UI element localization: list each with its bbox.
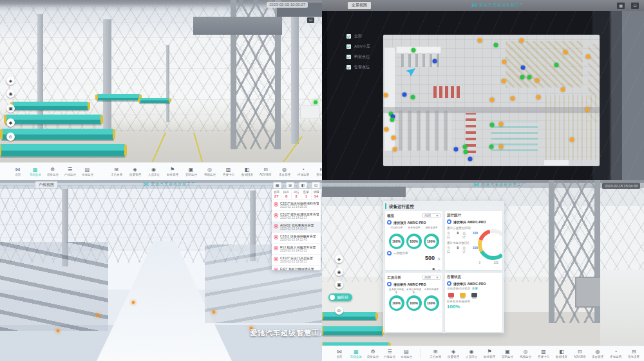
toolbar-item[interactable]: ◍ 库存管理 bbox=[276, 167, 293, 176]
map-device-dot[interactable] bbox=[464, 150, 468, 154]
poi-marker[interactable]: ◉ bbox=[6, 89, 15, 98]
checkbox-checked-icon[interactable] bbox=[346, 44, 351, 49]
toolbar-item[interactable]: ⊟ 系统设置 bbox=[313, 167, 322, 176]
toolbar-item[interactable]: ◈ 质量管理 bbox=[126, 167, 144, 176]
toolbar-item[interactable]: ▣ 安防监控 bbox=[182, 167, 200, 176]
map-device-dot[interactable] bbox=[520, 75, 525, 80]
station-tag-button[interactable]: 编组站 bbox=[328, 293, 352, 301]
map-device-dot[interactable] bbox=[570, 138, 574, 142]
toolbar-item[interactable]: ▥ 告警中心 bbox=[535, 349, 552, 358]
layer-filter-row[interactable]: 料架点位 bbox=[346, 54, 370, 60]
map-device-dot[interactable] bbox=[384, 93, 388, 98]
map-device-dot[interactable] bbox=[393, 147, 397, 152]
toolbar-item[interactable]: ☰ 产线监控 bbox=[381, 349, 398, 358]
toolbar-item[interactable]: ▦ 车间总览 bbox=[26, 167, 44, 176]
checkbox-checked-icon[interactable] bbox=[346, 34, 351, 39]
toolbar-item[interactable]: ⚑ 能耗管理 bbox=[164, 167, 181, 176]
map-device-dot[interactable] bbox=[561, 88, 565, 92]
toolbar-item[interactable]: ▥ 告警中心 bbox=[220, 167, 237, 176]
alarm-stat-cell[interactable]: 告警 1 bbox=[301, 189, 311, 199]
toolbar-item[interactable]: ◔ 环境监测 bbox=[294, 167, 312, 176]
map-device-dot[interactable] bbox=[511, 97, 515, 101]
poi-marker[interactable]: ◆ bbox=[6, 118, 15, 127]
map-device-dot[interactable] bbox=[499, 122, 504, 127]
checkbox-checked-icon[interactable] bbox=[346, 65, 351, 69]
map-device-dot[interactable] bbox=[490, 98, 495, 102]
map-device-dot[interactable] bbox=[489, 145, 494, 149]
poi-marker[interactable]: ▣ bbox=[6, 104, 15, 113]
map-device-dot[interactable] bbox=[585, 107, 590, 112]
map-fullscreen-button[interactable]: ⊡ bbox=[631, 3, 639, 9]
map-device-dot[interactable] bbox=[520, 39, 524, 43]
layer-filter-row[interactable]: AGV小车 bbox=[346, 44, 370, 50]
alarm-stat-cell[interactable]: 故障 14 bbox=[312, 189, 321, 199]
toolbar-item[interactable]: ◔ 环境监测 bbox=[607, 349, 624, 358]
layer-filter-row[interactable]: 告警点位 bbox=[346, 64, 370, 70]
map-device-dot[interactable] bbox=[392, 136, 396, 140]
toolbar-item[interactable]: ▣ 安防监控 bbox=[499, 349, 516, 358]
toolbar-item[interactable]: ◎ 视频监控 bbox=[201, 167, 218, 176]
toolbar-item[interactable]: ⚙ 设备监控 bbox=[365, 349, 381, 358]
map-device-dot[interactable] bbox=[527, 75, 532, 80]
poi-marker[interactable]: ◉ bbox=[335, 268, 343, 276]
panel-layout-button[interactable]: ⊞ bbox=[286, 182, 294, 189]
map-device-dot[interactable] bbox=[502, 60, 507, 64]
map-device-dot[interactable] bbox=[586, 55, 591, 59]
toolbar-item[interactable]: ⚑ 能耗管理 bbox=[481, 349, 498, 358]
map-device-dot[interactable] bbox=[412, 48, 416, 53]
map-device-dot[interactable] bbox=[502, 79, 506, 84]
alarm-list-item[interactable]: C3127 提升机通讯异常告警 2023-02-13 14:21:17 bbox=[272, 211, 321, 222]
map-device-dot[interactable] bbox=[535, 79, 540, 83]
map-device-dot[interactable] bbox=[402, 93, 407, 97]
poi-marker[interactable]: ▣ bbox=[335, 281, 343, 289]
toolbar-item[interactable]: ▤ 仓储监控 bbox=[398, 349, 415, 358]
toolbar-item[interactable]: ⚙ 设备监控 bbox=[44, 167, 61, 176]
view-mode-button[interactable]: 产线视图 bbox=[35, 181, 57, 188]
view-mode-button[interactable]: 全景视图 bbox=[348, 2, 371, 9]
device-type-dropdown[interactable]: AMR bbox=[422, 275, 440, 280]
alarm-list-item[interactable]: F327 风机过载故障告警 2023-02-13 13:46:02 bbox=[272, 266, 321, 270]
map-device-dot[interactable] bbox=[468, 157, 473, 162]
map-device-dot[interactable] bbox=[490, 123, 495, 127]
toolbar-item[interactable]: ⋈ 首页 bbox=[331, 349, 348, 358]
map-device-dot[interactable] bbox=[390, 118, 395, 122]
map-device-dot[interactable] bbox=[433, 59, 437, 64]
toolbar-item[interactable]: ◧ 数据报表 bbox=[238, 167, 256, 176]
alarm-list-item[interactable]: C3217 输送线物料堵料告警 2023-02-13 14:25:30 bbox=[272, 200, 321, 211]
alarm-list-item[interactable]: AGV02 低电量离线告警 2023-02-13 14:18:05 bbox=[272, 222, 321, 233]
checkbox-checked-icon[interactable] bbox=[346, 55, 351, 59]
toolbar-item[interactable]: ⊞ 工艺布局 bbox=[427, 349, 444, 358]
toolbar-item[interactable]: ⊡ AGV调度 bbox=[571, 349, 588, 358]
map-device-dot[interactable] bbox=[454, 147, 459, 152]
alarm-list-item[interactable]: C3311 设备急停触发告警 2023-02-13 14:12:43 bbox=[272, 233, 321, 244]
alarm-list-item[interactable]: C3127 安全门开启告警 2023-02-13 13:58:11 bbox=[272, 255, 321, 266]
layer-filter-row[interactable]: 全部 bbox=[346, 33, 370, 39]
alarm-stat-cell[interactable]: 运行 3 bbox=[292, 189, 301, 199]
panel-map-button[interactable]: ▦ bbox=[273, 182, 281, 189]
toolbar-item[interactable]: ⊡ AGV调度 bbox=[257, 167, 274, 176]
toolbar-item[interactable]: ◉ 人员定位 bbox=[145, 167, 162, 176]
map-device-dot[interactable] bbox=[478, 39, 482, 43]
toolbar-item[interactable]: ⊞ 工艺布局 bbox=[108, 167, 125, 176]
map-device-dot[interactable] bbox=[536, 95, 541, 100]
toolbar-item[interactable]: ☰ 产线监控 bbox=[61, 167, 79, 176]
toolbar-item[interactable]: ◧ 数据报表 bbox=[553, 349, 570, 358]
device-type-dropdown[interactable]: AMR bbox=[422, 213, 440, 218]
poi-marker[interactable]: ⊙ bbox=[6, 133, 15, 141]
map-layers-button[interactable]: ▦ bbox=[617, 3, 625, 9]
poi-marker[interactable]: ⊙ bbox=[335, 306, 343, 315]
toolbar-item[interactable]: ◈ 质量管理 bbox=[445, 349, 462, 358]
poi-marker[interactable]: ◈ bbox=[6, 77, 15, 85]
factory-floor-map[interactable] bbox=[383, 35, 600, 166]
map-device-dot[interactable] bbox=[463, 145, 468, 149]
panel-list-button[interactable]: ◧ bbox=[299, 182, 307, 189]
toolbar-item[interactable]: ◎ 视频监控 bbox=[517, 349, 534, 358]
toolbar-item[interactable]: ▤ 仓储监控 bbox=[79, 167, 96, 176]
poi-marker[interactable]: ◈ bbox=[335, 255, 343, 263]
toolbar-item[interactable]: ◉ 人员定位 bbox=[463, 349, 480, 358]
map-device-dot[interactable] bbox=[384, 127, 389, 132]
toolbar-item[interactable]: ⊟ 系统设置 bbox=[625, 349, 642, 358]
map-device-dot[interactable] bbox=[564, 50, 568, 55]
toolbar-item[interactable]: ▦ 车间总览 bbox=[348, 349, 365, 358]
map-device-dot[interactable] bbox=[554, 63, 559, 68]
